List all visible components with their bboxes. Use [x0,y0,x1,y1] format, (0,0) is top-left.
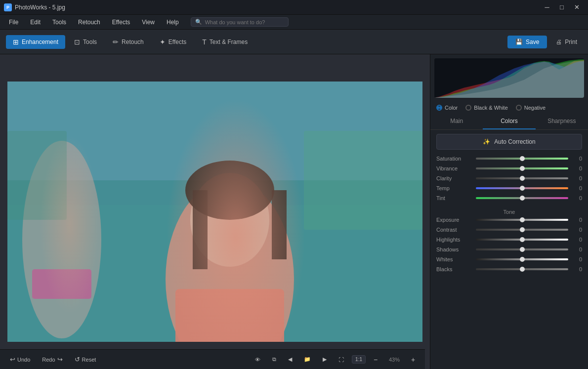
menu-view[interactable]: View [137,17,160,28]
titlebar: P PhotoWorks - 5.jpg ─ □ ✕ [0,0,588,15]
fullscreen-button[interactable]: ⛶ [335,355,348,365]
redo-button[interactable]: Redo ↪ [38,354,66,365]
contrast-row: Contrast 0 [436,227,582,233]
menu-edit[interactable]: Edit [25,17,45,28]
clarity-thumb[interactable] [520,176,525,181]
print-button[interactable]: 🖨 Print [551,36,582,48]
eye-button[interactable]: 👁 [251,355,264,365]
textframes-label: Text & Frames [210,39,248,45]
compare-button[interactable]: ⧉ [268,354,280,365]
menu-retouch[interactable]: Retouch [73,17,105,28]
search-input[interactable] [205,19,284,25]
contrast-slider[interactable] [476,229,568,231]
svg-rect-9 [193,190,208,269]
svg-rect-13 [7,131,67,220]
contrast-thumb[interactable] [520,227,525,232]
tint-slider[interactable] [476,197,568,199]
fullscreen-icon: ⛶ [338,357,344,363]
blacks-slider[interactable] [476,268,568,270]
main-area: ↩ Undo Redo ↪ ↺ Reset 👁 ⧉ ◀ 📁 [0,54,588,369]
tab-main[interactable]: Main [430,114,483,129]
zoom-in-button[interactable]: + [407,354,419,366]
tab-effects[interactable]: ✦ Effects [153,35,193,49]
print-icon: 🖨 [556,39,562,45]
search-box[interactable]: 🔍 [191,17,289,27]
clarity-slider[interactable] [476,177,568,179]
menu-tools[interactable]: Tools [47,17,71,28]
color-mode-color[interactable]: Color [436,105,458,111]
highlights-thumb[interactable] [520,237,525,242]
saturation-row: Saturation 0 [436,156,582,162]
whites-thumb[interactable] [520,257,525,262]
app-icon: P [4,3,12,11]
folder-button[interactable]: 📁 [300,354,315,365]
sliders-top: Saturation 0 Vibrance 0 Clarity 0 [430,156,588,205]
color-mode-bw[interactable]: Black & White [465,105,507,111]
canvas-area[interactable] [0,54,430,369]
color-mode-negative[interactable]: Negative [516,105,546,111]
exposure-slider[interactable] [476,219,568,221]
retouch-icon: ✏ [113,38,119,46]
svg-point-5 [166,180,294,342]
zoom-out-button[interactable]: − [370,354,381,366]
save-button[interactable]: 💾 Save [507,36,547,48]
sliders-tone: Exposure 0 Contrast 0 Highlights 0 [430,217,588,276]
highlights-label: Highlights [436,237,472,243]
prev-button[interactable]: ◀ [284,354,296,365]
saturation-thumb[interactable] [520,156,525,161]
menu-file[interactable]: File [4,17,23,28]
menu-help[interactable]: Help [162,17,184,28]
color-mode-bw-label: Black & White [474,105,507,111]
shadows-row: Shadows 0 [436,246,582,252]
whites-label: Whites [436,256,472,262]
tab-textframes[interactable]: T Text & Frames [195,35,254,49]
window-title: PhotoWorks - 5.jpg [15,4,65,11]
temp-thumb[interactable] [520,186,525,191]
auto-correction-button[interactable]: ✨ Auto Correction [436,134,582,150]
tab-enhancement[interactable]: ⊞ Enhancement [6,35,65,49]
tab-tools[interactable]: ⊡ Tools [67,35,104,49]
exposure-thumb[interactable] [520,217,525,222]
print-label: Print [565,39,577,45]
temp-label: Temp [436,185,472,191]
highlights-slider[interactable] [476,239,568,241]
tint-thumb[interactable] [520,196,525,201]
svg-point-3 [22,141,101,338]
blacks-thumb[interactable] [520,267,525,272]
exposure-value: 0 [572,217,582,223]
saturation-slider[interactable] [476,158,568,160]
temp-slider[interactable] [476,187,568,189]
color-mode-negative-label: Negative [524,105,546,111]
next-button[interactable]: ▶ [319,354,331,365]
tab-sharpness[interactable]: Sharpness [536,114,588,129]
effects-icon: ✦ [160,38,166,46]
vibrance-label: Vibrance [436,165,472,171]
zoom-1to1-button[interactable]: 1:1 [352,355,366,364]
close-button[interactable]: ✕ [569,0,584,15]
whites-value: 0 [572,256,582,262]
shadows-slider[interactable] [476,248,568,250]
save-label: Save [526,39,539,45]
svg-rect-12 [304,131,422,230]
bw-radio-dot [465,105,471,111]
photo-display [7,82,422,342]
tint-row: Tint 0 [436,195,582,201]
vibrance-slider[interactable] [476,167,568,169]
svg-rect-11 [7,82,422,342]
tint-label: Tint [436,195,472,201]
toolbar: ⊞ Enhancement ⊡ Tools ✏ Retouch ✦ Effect… [0,30,588,54]
tab-colors[interactable]: Colors [483,114,535,129]
whites-slider[interactable] [476,258,568,260]
reset-button[interactable]: ↺ Reset [71,354,100,365]
minimize-button[interactable]: ─ [540,0,554,15]
enhancement-label: Enhancement [22,39,58,45]
undo-button[interactable]: ↩ Undo [6,354,34,365]
highlights-value: 0 [572,237,582,243]
menu-effects[interactable]: Effects [107,17,135,28]
shadows-thumb[interactable] [520,247,525,252]
maximize-button[interactable]: □ [554,0,569,15]
tab-retouch[interactable]: ✏ Retouch [106,35,151,49]
vibrance-thumb[interactable] [520,166,525,171]
zoom-in-icon: + [411,356,415,364]
blacks-value: 0 [572,266,582,272]
